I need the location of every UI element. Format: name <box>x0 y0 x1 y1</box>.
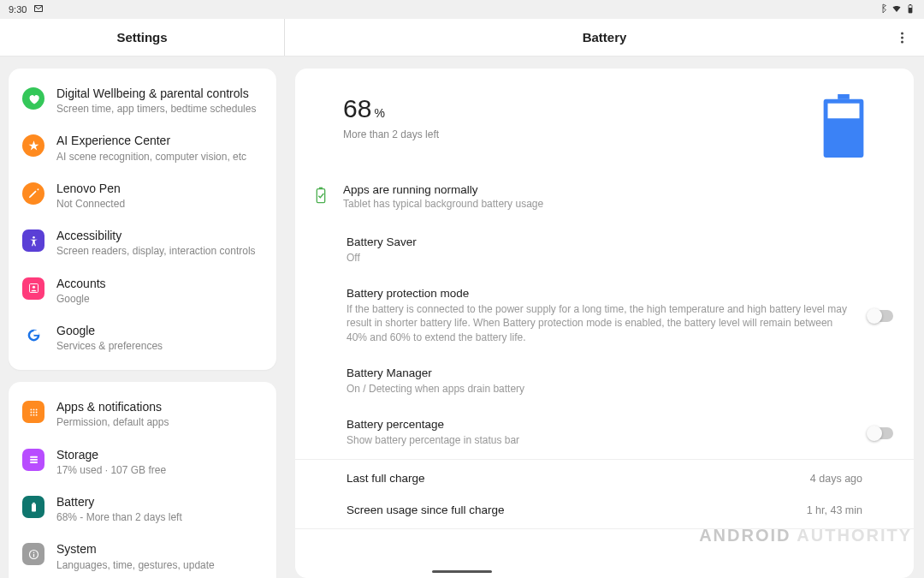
apps-status-sub: Tablet has typical background battery us… <box>343 198 543 210</box>
screen-usage-row[interactable]: Screen usage since full charge 1 hr, 43 … <box>295 497 914 528</box>
battery-saver-row[interactable]: Battery Saver Off <box>295 225 914 277</box>
header-right: Battery <box>285 19 924 56</box>
sidebar-group-1: Digital Wellbeing & parental controlsScr… <box>9 69 276 370</box>
sidebar-item-label: Digital Wellbeing & parental controls <box>56 86 263 101</box>
sidebar-item-apps[interactable]: Apps & notificationsPermission, default … <box>15 390 270 438</box>
sidebar-item-storage[interactable]: Storage17% used · 107 GB free <box>15 438 270 486</box>
bluetooth-icon <box>878 3 888 15</box>
battery-percentage-row[interactable]: Battery percentage Show battery percenta… <box>295 408 914 459</box>
battery-protection-row[interactable]: Battery protection mode If the battery i… <box>295 277 914 356</box>
content: 68% More than 2 days left Apps are runni… <box>285 57 924 578</box>
battery-percent: 68 <box>343 94 371 122</box>
sidebar-item-label: AI Experience Center <box>56 133 263 148</box>
battery-estimate: More than 2 days left <box>343 128 821 140</box>
settings-title: Settings <box>116 30 167 45</box>
svg-rect-21 <box>33 502 35 503</box>
header-left: Settings <box>0 19 285 56</box>
percent-symbol: % <box>374 106 384 120</box>
sidebar-item-system[interactable]: SystemLanguages, time, gestures, update <box>15 533 270 578</box>
sidebar-item-label: Google <box>56 323 263 338</box>
info-icon <box>22 543 44 565</box>
svg-point-12 <box>33 411 34 413</box>
sidebar-item-label: Lenovo Pen <box>56 181 263 196</box>
sidebar-item-label: Battery <box>56 494 263 509</box>
status-bar: 9:30 <box>0 0 924 19</box>
sidebar-item-accounts[interactable]: AccountsGoogle <box>15 267 270 314</box>
svg-rect-25 <box>838 94 850 99</box>
svg-rect-24 <box>33 554 33 557</box>
account-icon <box>22 277 44 300</box>
svg-point-13 <box>35 411 37 413</box>
sidebar-item-google[interactable]: GoogleServices & preferences <box>15 314 270 361</box>
sidebar-item-accessibility[interactable]: AccessibilityScreen readers, display, in… <box>15 219 270 266</box>
sidebar-item-battery[interactable]: Battery68% - More than 2 days left <box>15 486 270 533</box>
screen-usage-value: 1 hr, 43 min <box>807 504 862 516</box>
wellbeing-icon <box>22 87 44 110</box>
svg-point-23 <box>33 551 34 553</box>
sidebar-item-label: Accounts <box>56 276 263 291</box>
sidebar-item-digital-wellbeing[interactable]: Digital Wellbeing & parental controlsScr… <box>15 77 270 124</box>
svg-rect-20 <box>32 504 36 511</box>
last-full-charge-value: 4 days ago <box>810 473 862 485</box>
sidebar-group-2: Apps & notificationsPermission, default … <box>9 382 276 578</box>
svg-rect-29 <box>319 188 323 189</box>
sidebar-item-label: System <box>56 541 263 557</box>
battery-percentage-toggle[interactable] <box>868 427 893 439</box>
sidebar-item-label: Accessibility <box>56 228 263 243</box>
svg-rect-1 <box>909 8 912 13</box>
sidebar: Digital Wellbeing & parental controlsScr… <box>0 57 285 578</box>
battery-ok-icon <box>311 183 328 207</box>
wifi-icon <box>891 3 902 15</box>
svg-point-14 <box>30 414 32 415</box>
divider <box>295 528 914 529</box>
header: Settings Battery <box>0 19 924 57</box>
star-icon <box>22 134 44 157</box>
svg-rect-17 <box>30 456 38 458</box>
battery-status-icon <box>905 3 915 15</box>
battery-protection-toggle[interactable] <box>868 310 893 322</box>
sidebar-item-lenovo-pen[interactable]: Lenovo PenNot Connected <box>15 172 270 219</box>
dots-icon <box>901 32 903 34</box>
last-full-charge-row[interactable]: Last full charge 4 days ago <box>295 460 914 497</box>
svg-rect-7 <box>33 331 38 335</box>
battery-icon <box>22 496 44 518</box>
svg-rect-28 <box>317 189 324 203</box>
svg-point-3 <box>33 236 35 239</box>
svg-point-9 <box>33 408 34 410</box>
sidebar-item-ai-experience[interactable]: AI Experience CenterAI scene recognition… <box>15 124 270 171</box>
battery-graphic <box>821 94 866 158</box>
sidebar-item-label: Apps & notifications <box>56 399 263 414</box>
svg-point-10 <box>35 408 37 410</box>
svg-rect-27 <box>828 104 860 119</box>
accessibility-icon <box>22 229 44 252</box>
apps-icon <box>22 401 44 423</box>
overflow-menu-button[interactable] <box>894 23 910 51</box>
storage-icon <box>22 449 44 471</box>
status-time: 9:30 <box>9 4 27 15</box>
pen-icon <box>22 182 44 205</box>
battery-hero: 68% More than 2 days left <box>295 75 914 183</box>
battery-manager-row[interactable]: Battery Manager On / Detecting when apps… <box>295 356 914 408</box>
svg-point-11 <box>30 411 32 413</box>
svg-rect-2 <box>909 4 911 5</box>
mail-icon <box>33 3 44 15</box>
svg-point-15 <box>33 414 34 415</box>
page-title: Battery <box>583 30 627 45</box>
apps-status-title: Apps are running normally <box>343 183 543 196</box>
svg-point-8 <box>30 408 32 410</box>
svg-point-16 <box>35 414 37 415</box>
apps-status-row[interactable]: Apps are running normally Tablet has typ… <box>295 183 914 225</box>
svg-rect-19 <box>30 462 38 463</box>
svg-rect-18 <box>30 459 38 461</box>
google-icon <box>22 325 44 347</box>
sidebar-item-label: Storage <box>56 447 263 462</box>
nav-handle[interactable] <box>432 570 492 573</box>
svg-point-5 <box>32 286 34 289</box>
